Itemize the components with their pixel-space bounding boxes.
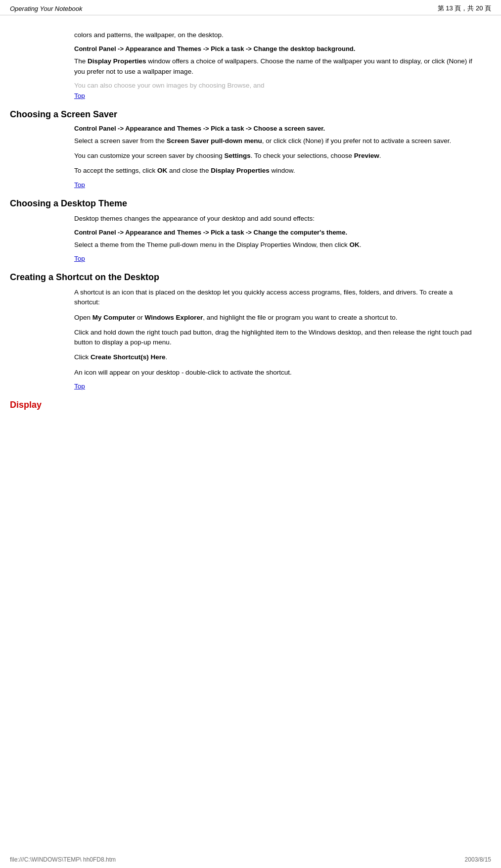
shortcut-para2-pre: Open: [74, 314, 92, 321]
wallpaper-top-link[interactable]: Top: [74, 92, 476, 99]
shortcut-para2-post: , and highlight the file or program you …: [203, 314, 397, 321]
shortcut-para5: An icon will appear on your desktop - do…: [74, 368, 476, 378]
footer-right: 2003/8/15: [465, 856, 491, 863]
screen-saver-para1: Select a screen saver from the Screen Sa…: [74, 136, 476, 146]
shortcut-para4-post: .: [166, 353, 168, 361]
shortcut-para2-bold1: My Computer: [92, 314, 135, 321]
shortcut-top-link[interactable]: Top: [74, 383, 476, 390]
wallpaper-para1-pre: The: [74, 57, 88, 65]
wallpaper-cmd: Control Panel -> Appearance and Themes -…: [74, 45, 476, 52]
desktop-theme-para2-pre: Select a theme from the Theme pull-down …: [74, 241, 350, 248]
screen-saver-para2-mid: . To check your selections, choose: [251, 152, 354, 159]
shortcut-para2-bold2: Windows Explorer: [145, 314, 203, 321]
shortcut-heading: Creating a Shortcut on the Desktop: [10, 272, 491, 283]
screen-saver-para2-post: .: [379, 152, 381, 159]
header-pagenum: 第 13 頁，共 20 頁: [438, 4, 491, 13]
desktop-theme-para2-post: .: [360, 241, 362, 248]
desktop-theme-para1: Desktop themes changes the appearance of…: [74, 214, 476, 224]
intro-text: colors and patterns, the wallpaper, on t…: [74, 30, 476, 40]
intro-section: colors and patterns, the wallpaper, on t…: [74, 30, 476, 40]
screen-saver-para3-mid: and close the: [167, 167, 211, 174]
wallpaper-para1: The Display Properties window offers a c…: [74, 56, 476, 77]
page-footer: file:///C:\WINDOWS\TEMP\ hh0FD8.htm 2003…: [0, 856, 501, 863]
screen-saver-section: Control Panel -> Appearance and Themes -…: [74, 125, 476, 189]
screen-saver-para2: You can customize your screen saver by c…: [74, 151, 476, 161]
screen-saver-para3-post: window.: [270, 167, 295, 174]
screen-saver-para3-pre: To accept the settings, click: [74, 167, 157, 174]
desktop-theme-top-link[interactable]: Top: [74, 255, 476, 262]
screen-saver-para1-bold: Screen Saver pull-down menu: [167, 137, 262, 145]
page-header: Operating Your Notebook 第 13 頁，共 20 頁: [0, 0, 501, 15]
wallpaper-para2-faded: You can also choose your own images by c…: [74, 82, 476, 89]
wallpaper-para1-bold: Display Properties: [88, 57, 146, 65]
desktop-theme-para2: Select a theme from the Theme pull-down …: [74, 240, 476, 250]
screen-saver-para2-bold2: Preview: [354, 152, 379, 159]
screen-saver-para3-bold2: Display Properties: [211, 167, 270, 174]
shortcut-para4: Click Create Shortcut(s) Here.: [74, 352, 476, 362]
shortcut-section: A shortcut is an icon that is placed on …: [74, 288, 476, 390]
screen-saver-para2-bold1: Settings: [224, 152, 250, 159]
screen-saver-para1-pre: Select a screen saver from the: [74, 137, 167, 145]
shortcut-para1: A shortcut is an icon that is placed on …: [74, 288, 476, 308]
desktop-theme-heading: Choosing a Desktop Theme: [10, 198, 491, 209]
shortcut-para4-bold: Create Shortcut(s) Here: [91, 353, 166, 361]
shortcut-para3: Click and hold down the right touch pad …: [74, 328, 476, 348]
display-heading-text[interactable]: Display: [10, 400, 42, 410]
desktop-theme-section: Desktop themes changes the appearance of…: [74, 214, 476, 263]
wallpaper-section: Control Panel -> Appearance and Themes -…: [74, 45, 476, 99]
shortcut-para2-mid: or: [135, 314, 145, 321]
header-title: Operating Your Notebook: [10, 5, 82, 12]
desktop-theme-cmd: Control Panel -> Appearance and Themes -…: [74, 229, 476, 236]
display-heading: Display: [10, 400, 491, 410]
screen-saver-cmd: Control Panel -> Appearance and Themes -…: [74, 125, 476, 132]
shortcut-para2: Open My Computer or Windows Explorer, an…: [74, 313, 476, 323]
footer-left: file:///C:\WINDOWS\TEMP\ hh0FD8.htm: [10, 856, 116, 863]
screen-saver-para2-pre: You can customize your screen saver by c…: [74, 152, 224, 159]
screen-saver-para1-post: , or click click (None) if you prefer no…: [262, 137, 452, 145]
desktop-theme-para2-bold: OK: [350, 241, 360, 248]
page-content: colors and patterns, the wallpaper, on t…: [0, 15, 501, 425]
screen-saver-para3-bold1: OK: [157, 167, 167, 174]
screen-saver-heading: Choosing a Screen Saver: [10, 109, 491, 120]
screen-saver-top-link[interactable]: Top: [74, 181, 476, 189]
shortcut-para4-pre: Click: [74, 353, 91, 361]
screen-saver-para3: To accept the settings, click OK and clo…: [74, 166, 476, 176]
